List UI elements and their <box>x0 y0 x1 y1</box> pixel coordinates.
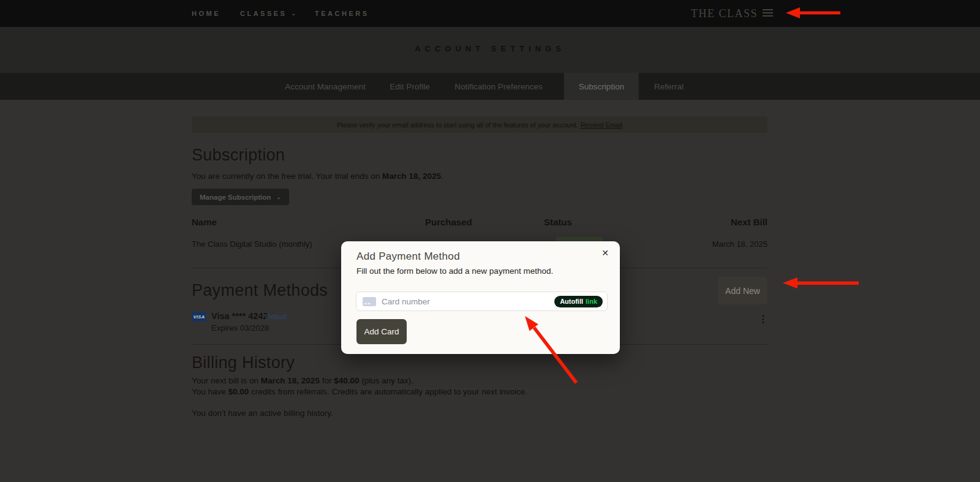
add-card-button[interactable]: Add Card <box>356 319 407 344</box>
page-header-band: ACCOUNT SETTINGS <box>0 27 980 73</box>
banner-text: Please verify your email address to star… <box>337 121 578 129</box>
card-number-input-wrapper[interactable]: Autofill link <box>356 292 608 311</box>
nav-link-teachers[interactable]: TEACHERS <box>315 0 369 27</box>
next-bill-line: Your next bill is on March 18, 2025 for … <box>192 376 413 385</box>
default-card-badge: Default <box>265 313 287 320</box>
credits-amount: $0.00 <box>228 387 249 396</box>
page-title: ACCOUNT SETTINGS <box>0 44 980 53</box>
link-brand-label: link <box>586 298 597 305</box>
nav-teachers-label: TEACHERS <box>315 10 369 17</box>
modal-title: Add Payment Method <box>356 250 460 263</box>
autofill-link-badge[interactable]: Autofill link <box>554 296 603 307</box>
credit-card-icon <box>363 297 376 306</box>
table-row-next-bill: March 18, 2025 <box>712 239 767 249</box>
top-nav-bar: HOME CLASSES ⌄ TEACHERS THE CLASS <box>0 0 980 27</box>
next-bill-date: March 18, 2025 <box>261 376 320 385</box>
add-payment-method-modal: ✕ Add Payment Method Fill out the form b… <box>341 241 620 354</box>
table-row-plan-name: The Class Digital Studio (monthly) <box>192 239 312 249</box>
tab-referral[interactable]: Referral <box>639 73 698 100</box>
next-bill-amount: $40.00 <box>334 376 359 385</box>
autofill-label: Autofill <box>560 298 583 305</box>
card-expiry-label: Expires 03/2028 <box>211 323 269 333</box>
nav-link-home[interactable]: HOME <box>192 0 221 27</box>
subscription-heading: Subscription <box>192 146 285 165</box>
column-header-purchased: Purchased <box>425 217 472 227</box>
add-new-payment-button[interactable]: Add New <box>718 277 767 304</box>
red-arrow-add-new <box>783 277 859 288</box>
close-icon[interactable]: ✕ <box>598 246 612 260</box>
column-header-next-bill: Next Bill <box>731 217 767 227</box>
settings-tab-bar: Account Management Edit Profile Notifica… <box>0 73 980 100</box>
payment-methods-heading: Payment Methods <box>192 281 328 300</box>
billing-history-heading: Billing History <box>192 353 295 372</box>
trial-text: You are currently on the free trial. You… <box>192 171 382 181</box>
visa-card-icon: VISA <box>192 312 206 322</box>
chevron-down-icon: ⌄ <box>276 194 281 200</box>
trial-status-line: You are currently on the free trial. You… <box>192 171 443 181</box>
trial-end-date: March 18, 2025 <box>382 171 441 181</box>
kebab-menu-icon[interactable]: ⋮ <box>758 313 768 325</box>
column-header-status: Status <box>544 217 572 227</box>
column-header-name: Name <box>192 217 217 227</box>
modal-subtitle: Fill out the form below to add a new pay… <box>356 266 553 276</box>
empty-billing-history-text: You don't have an active billing history… <box>192 409 333 418</box>
credits-line: You have $0.00 credits from referrals. C… <box>192 387 527 396</box>
tab-notification-preferences[interactable]: Notification Preferences <box>440 73 557 100</box>
resend-email-link[interactable]: Resend Email <box>581 121 622 129</box>
email-verification-banner: Please verify your email address to star… <box>192 116 767 133</box>
nav-link-classes[interactable]: CLASSES ⌄ <box>240 0 296 27</box>
tab-account-management[interactable]: Account Management <box>270 73 380 100</box>
tab-edit-profile[interactable]: Edit Profile <box>375 73 444 100</box>
manage-subscription-button[interactable]: Manage Subscription ⌄ <box>192 189 289 205</box>
hamburger-menu-icon[interactable] <box>763 9 773 18</box>
chevron-down-icon: ⌄ <box>291 10 296 17</box>
manage-subscription-label: Manage Subscription <box>200 194 271 201</box>
brand-logo[interactable]: THE CLASS <box>691 0 758 27</box>
nav-classes-label: CLASSES <box>240 10 287 17</box>
card-number-input[interactable] <box>382 297 554 306</box>
nav-home-label: HOME <box>192 10 221 17</box>
card-number-label: Visa **** 4242 <box>211 311 268 321</box>
tab-subscription[interactable]: Subscription <box>564 73 639 100</box>
